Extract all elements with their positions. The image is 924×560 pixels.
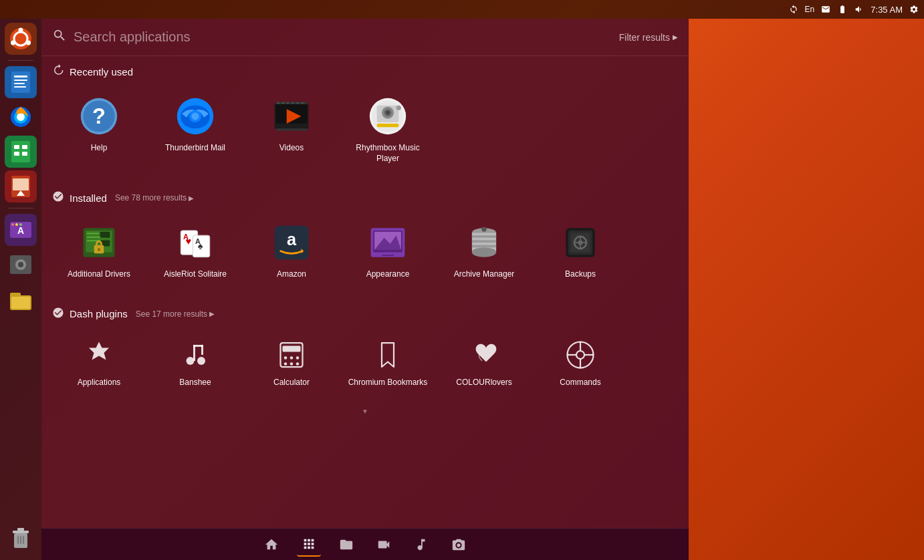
clock: 7:35 AM [871, 5, 903, 15]
dash-plugins-see-more[interactable]: See 17 more results ▶ [136, 309, 215, 319]
svg-point-114 [290, 362, 294, 366]
sidebar-item-software[interactable]: A [5, 214, 37, 246]
app-videos-icon [270, 95, 313, 138]
svg-point-115 [296, 362, 300, 366]
recently-used-title: Recently used [70, 66, 133, 78]
topbar: En 7:35 AM [0, 0, 924, 19]
svg-rect-7 [14, 80, 27, 81]
category-home[interactable] [259, 533, 283, 557]
app-backups-label: Backups [565, 269, 596, 280]
app-appearance-label: Appearance [366, 269, 410, 280]
filter-results-button[interactable]: Filter results ▶ [619, 32, 678, 43]
svg-rect-107 [201, 345, 203, 355]
app-applications-label: Applications [78, 378, 121, 388]
app-videos[interactable]: Videos [245, 87, 338, 172]
svg-rect-68 [100, 232, 110, 238]
svg-rect-85 [384, 253, 392, 255]
svg-text:a: a [287, 230, 297, 249]
svg-rect-53 [302, 102, 304, 104]
dash-overlay: Filter results ▶ Recently used ? [41, 19, 689, 560]
app-solitaire[interactable]: A ♥ A ♠ AisleRiot Solitaire [148, 213, 242, 288]
svg-rect-52 [296, 102, 299, 104]
svg-rect-92 [472, 245, 496, 248]
mail-indicator[interactable] [821, 5, 830, 14]
app-solitaire-icon: A ♥ A ♠ [174, 221, 217, 264]
scroll-hint: ▼ [41, 406, 689, 416]
sidebar-separator-1 [8, 60, 33, 61]
svg-text:A: A [17, 225, 24, 236]
app-banshee[interactable]: Banshee [148, 329, 242, 396]
sidebar-item-firefox[interactable] [5, 101, 37, 133]
search-icon [52, 28, 67, 46]
dash-plugins-header: Dash plugins See 17 more results ▶ [41, 299, 689, 327]
category-applications[interactable] [297, 533, 321, 557]
app-videos-label: Videos [279, 143, 304, 154]
app-colourlovers-label: COLOURlovers [456, 378, 511, 388]
svg-point-98 [578, 241, 582, 245]
app-colourlovers[interactable]: COLOURlovers [437, 329, 531, 396]
app-applications-icon [82, 337, 116, 372]
svg-point-2 [19, 28, 23, 33]
sidebar-item-trash[interactable] [5, 521, 37, 553]
app-rhythmbox[interactable]: Rhythmbox Music Player [341, 87, 435, 172]
app-amazon[interactable]: a Amazon [245, 213, 338, 288]
battery-indicator[interactable] [837, 5, 848, 14]
svg-rect-49 [282, 102, 285, 104]
svg-point-60 [386, 111, 389, 114]
app-backups[interactable]: Backups [534, 213, 627, 288]
svg-rect-51 [292, 102, 294, 104]
category-video[interactable] [372, 533, 396, 557]
svg-rect-31 [11, 297, 30, 309]
category-files[interactable] [334, 533, 358, 557]
volume-indicator[interactable] [854, 5, 864, 14]
installed-icon [52, 190, 64, 205]
app-applications[interactable]: Applications [52, 329, 146, 396]
app-commands[interactable]: Commands [534, 329, 627, 396]
app-solitaire-label: AisleRiot Solitaire [164, 269, 227, 280]
sync-status[interactable] [789, 5, 798, 14]
svg-rect-105 [193, 345, 195, 361]
app-thunderbird[interactable]: Thunderbird Mail [148, 87, 242, 172]
installed-header: Installed See 78 more results ▶ [41, 182, 689, 211]
installed-see-more[interactable]: See 78 more results ▶ [115, 193, 194, 202]
app-additional-drivers-label: Additional Drivers [68, 269, 130, 280]
sidebar-item-ubuntu[interactable] [5, 23, 37, 55]
svg-rect-37 [23, 536, 24, 544]
sidebar-item-settings[interactable] [5, 249, 37, 281]
app-appearance-icon [366, 221, 409, 264]
svg-rect-13 [11, 141, 30, 162]
svg-point-62 [396, 106, 401, 110]
svg-point-12 [17, 113, 25, 121]
search-input[interactable] [74, 29, 612, 45]
svg-rect-16 [14, 152, 19, 156]
svg-point-104 [197, 357, 205, 365]
app-help[interactable]: ? Help [52, 87, 146, 172]
app-calculator-icon [274, 337, 309, 372]
installed-title: Installed [70, 192, 107, 204]
category-music[interactable] [409, 533, 433, 557]
svg-point-25 [19, 223, 22, 226]
sidebar-separator-2 [8, 208, 33, 208]
recently-used-icon [52, 64, 64, 79]
svg-point-89 [472, 247, 496, 257]
svg-rect-86 [382, 255, 394, 256]
app-archive-manager-label: Archive Manager [454, 269, 515, 280]
svg-point-113 [284, 362, 287, 366]
app-chromium-bookmarks[interactable]: Chromium Bookmarks [341, 329, 435, 396]
sidebar-item-files[interactable] [5, 283, 37, 315]
lang-indicator[interactable]: En [805, 5, 815, 14]
app-additional-drivers[interactable]: Additional Drivers [52, 213, 146, 288]
app-archive-manager[interactable]: Archive Manager [437, 213, 531, 288]
app-calculator[interactable]: Calculator [245, 329, 338, 396]
svg-point-3 [26, 41, 31, 45]
sidebar-item-writer[interactable] [5, 66, 37, 98]
svg-point-4 [11, 41, 15, 45]
category-photos[interactable] [447, 533, 471, 557]
app-appearance[interactable]: Appearance [341, 213, 435, 288]
svg-rect-35 [17, 536, 19, 544]
sidebar-item-calc[interactable] [5, 136, 37, 168]
settings-icon[interactable] [909, 5, 919, 14]
svg-point-93 [481, 227, 486, 232]
sidebar-item-impress[interactable] [5, 170, 37, 202]
app-backups-icon [559, 221, 602, 264]
